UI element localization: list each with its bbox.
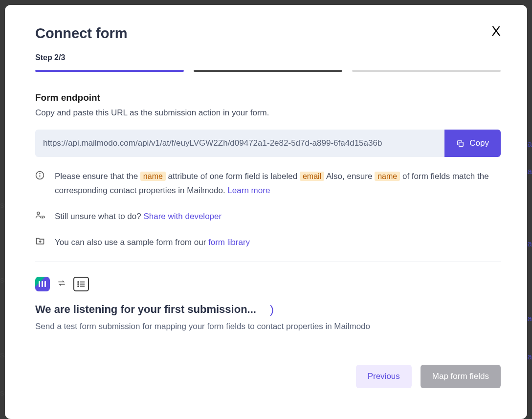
share-developer-link[interactable]: Share with developer <box>143 212 222 221</box>
svg-line-5 <box>42 216 43 219</box>
connect-form-modal: Connect form X Step 2/3 Form endpoint Co… <box>5 5 527 419</box>
divider <box>35 262 501 262</box>
list-icon <box>73 277 89 291</box>
listening-header: We are listening for your first submissi… <box>35 303 501 316</box>
info-text: You can also use a sample form from our … <box>55 236 250 250</box>
info-text: Please ensure that the name attribute of… <box>55 170 501 198</box>
endpoint-section: Form endpoint Copy and paste this URL as… <box>35 92 501 250</box>
progress-step-2 <box>194 70 342 72</box>
section-description: Copy and paste this URL as the submissio… <box>35 108 501 118</box>
previous-button[interactable]: Previous <box>356 365 412 388</box>
form-library-link[interactable]: form library <box>208 238 250 247</box>
listening-description: Send a test form submission for mapping … <box>35 322 501 331</box>
progress-step-3 <box>352 70 501 72</box>
svg-rect-0 <box>459 142 464 146</box>
info-row-developer: Still unsure what to do? Share with deve… <box>35 210 501 224</box>
copy-label: Copy <box>469 138 489 148</box>
highlight-name: name <box>140 172 166 181</box>
svg-point-4 <box>37 212 40 214</box>
modal-header: Connect form X <box>35 25 501 42</box>
info-row-library: You can also use a sample form from our … <box>35 236 501 250</box>
highlight-email: email <box>300 172 324 181</box>
copy-icon <box>456 139 465 148</box>
endpoint-row: Copy <box>35 130 501 157</box>
info-text: Still unsure what to do? Share with deve… <box>55 210 222 224</box>
spinner-icon: ) <box>270 304 274 315</box>
learn-more-link[interactable]: Learn more <box>227 186 270 195</box>
step-indicator: Step 2/3 <box>35 53 501 62</box>
modal-title: Connect form <box>35 25 128 42</box>
modal-footer: Previous Map form fields <box>35 365 501 388</box>
progress-bar-group <box>35 70 501 72</box>
listening-icons <box>35 277 501 291</box>
close-icon[interactable]: X <box>491 24 501 38</box>
swap-arrows-icon <box>57 279 66 289</box>
person-code-icon <box>35 211 45 221</box>
info-icon <box>35 171 45 182</box>
endpoint-url-input[interactable] <box>35 130 444 157</box>
map-form-fields-button[interactable]: Map form fields <box>421 365 501 388</box>
mailmodo-brand-icon <box>35 277 50 291</box>
svg-point-8 <box>78 281 79 282</box>
svg-point-3 <box>40 174 40 174</box>
copy-button[interactable]: Copy <box>444 130 501 157</box>
highlight-name-2: name <box>375 172 400 181</box>
svg-point-10 <box>78 284 79 285</box>
listening-title: We are listening for your first submissi… <box>35 303 256 316</box>
progress-step-1 <box>35 70 184 72</box>
info-row-name-attribute: Please ensure that the name attribute of… <box>35 170 501 198</box>
svg-point-12 <box>78 286 79 287</box>
folder-plus-icon <box>35 237 45 247</box>
section-title: Form endpoint <box>35 92 501 103</box>
